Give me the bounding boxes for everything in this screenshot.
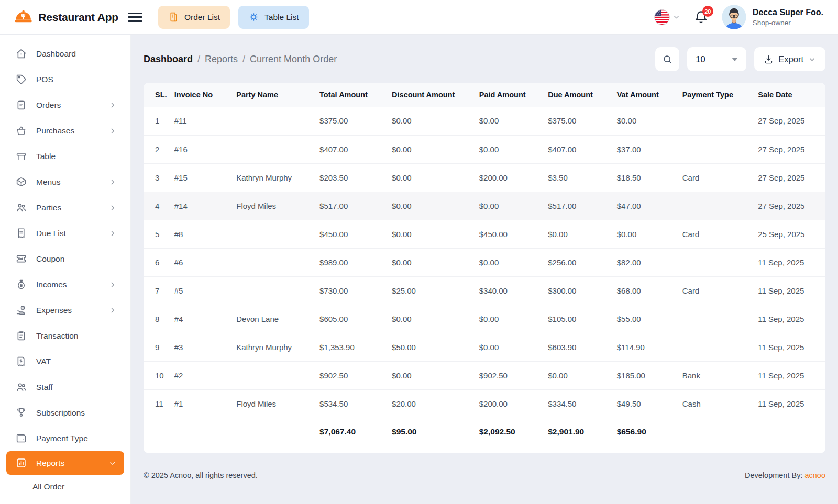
restaurant-logo-icon (14, 8, 33, 27)
sidebar-item-due-list[interactable]: Due List (0, 220, 130, 246)
brand-name: Restaurant App (38, 11, 118, 24)
table-row[interactable]: 10 #2 $902.50 $0.00 $902.50 $0.00 $185.0… (144, 361, 825, 389)
sidebar-nav: Dashboard POS Orders Purchases Table Men… (0, 41, 130, 475)
table-row[interactable]: 7 #5 $730.00 $25.00 $340.00 $300.00 $68.… (144, 276, 825, 305)
sidebar-item-label: Subscriptions (36, 408, 117, 418)
search-icon (662, 54, 673, 65)
cell-payment-type: Cash (678, 389, 754, 418)
dev-credit: Development By: acnoo (745, 471, 825, 479)
table-row[interactable]: 8 #4 Devon Lane $605.00 $0.00 $0.00 $105… (144, 305, 825, 333)
sidebar-item-vat[interactable]: VAT (0, 349, 130, 374)
sidebar-subitem-all-order[interactable]: All Order (32, 482, 130, 491)
cell-sl: 11 (144, 389, 170, 418)
column-header: Discount Amount (388, 83, 475, 107)
sidebar-item-label: Menus (36, 177, 99, 187)
table-row[interactable]: 9 #3 Kathryn Murphy $1,353.90 $50.00 $0.… (144, 333, 825, 361)
cell-total-amount: $203.50 (315, 163, 388, 192)
totals-discount-amount: $95.00 (388, 418, 475, 446)
hamburger-menu-icon[interactable] (128, 12, 142, 23)
money-bag-icon (16, 279, 27, 290)
chart-bar-icon (16, 457, 27, 468)
cell-due-amount: $3.50 (544, 163, 613, 192)
column-header: Payment Type (678, 83, 754, 107)
breadcrumb: Dashboard / Reports / Current Month Orde… (144, 54, 337, 65)
sidebar-item-incomes[interactable]: Incomes (0, 272, 130, 297)
sidebar-item-expenses[interactable]: Expenses (0, 297, 130, 323)
cell-invoice-no: #11 (170, 107, 232, 135)
sidebar-item-label: Staff (36, 383, 117, 392)
cell-discount-amount: $25.00 (388, 276, 475, 305)
sidebar-item-purchases[interactable]: Purchases (0, 118, 130, 143)
cell-payment-type: Card (678, 163, 754, 192)
sidebar-item-coupon[interactable]: Coupon (0, 246, 130, 272)
sidebar-item-dashboard[interactable]: Dashboard (0, 41, 130, 66)
breadcrumb-reports[interactable]: Reports (205, 54, 238, 65)
table-row[interactable]: 1 #11 $375.00 $0.00 $0.00 $375.00 $0.00 … (144, 107, 825, 135)
sidebar-item-orders[interactable]: Orders (0, 92, 130, 118)
search-button[interactable] (655, 47, 679, 71)
order-list-button[interactable]: Order List (158, 6, 230, 29)
table-row[interactable]: 5 #8 $450.00 $0.00 $450.00 $0.00 $0.00 C… (144, 220, 825, 248)
sidebar-item-table[interactable]: Table (0, 143, 130, 169)
cell-sale-date: 25 Sep, 2025 (754, 220, 825, 248)
table-row[interactable]: 3 #15 Kathryn Murphy $203.50 $0.00 $200.… (144, 163, 825, 192)
brand-logo[interactable]: Restaurant App (0, 8, 118, 27)
table-row[interactable]: 6 #6 $989.00 $0.00 $0.00 $256.00 $82.00 … (144, 248, 825, 276)
users-icon (16, 202, 27, 213)
sidebar-item-parties[interactable]: Parties (0, 195, 130, 220)
cell-payment-type (678, 305, 754, 333)
trophy-icon (16, 407, 27, 418)
sidebar-item-menus[interactable]: Menus (0, 169, 130, 195)
user-avatar[interactable] (722, 5, 746, 29)
sidebar-item-reports[interactable]: Reports (6, 451, 124, 475)
cell-sale-date: 27 Sep, 2025 (754, 192, 825, 220)
column-header: Total Amount (315, 83, 388, 107)
cell-sale-date: 27 Sep, 2025 (754, 107, 825, 135)
export-button[interactable]: Export (754, 47, 825, 71)
invoice-icon (168, 12, 179, 23)
sidebar-item-label: Expenses (36, 306, 99, 315)
user-meta[interactable]: Decca Super Foo. Shop-owner (753, 8, 823, 27)
page-footer: © 2025 Acnoo, all rights reserved. Devel… (144, 471, 825, 479)
cell-sale-date: 27 Sep, 2025 (754, 135, 825, 163)
cell-payment-type: Card (678, 276, 754, 305)
cell-discount-amount: $50.00 (388, 333, 475, 361)
cell-sl: 8 (144, 305, 170, 333)
sidebar-item-staff[interactable]: Staff (0, 374, 130, 400)
notifications-button[interactable]: 20 (694, 10, 708, 24)
table-row[interactable]: 4 #14 Floyd Miles $517.00 $0.00 $0.00 $5… (144, 192, 825, 220)
table-row[interactable]: 2 #16 $407.00 $0.00 $0.00 $407.00 $37.00… (144, 135, 825, 163)
table-list-button[interactable]: Table List (238, 6, 308, 29)
sidebar-item-payment-type[interactable]: Payment Type (0, 425, 130, 451)
sidebar-item-subscriptions[interactable]: Subscriptions (0, 400, 130, 425)
cell-discount-amount: $20.00 (388, 389, 475, 418)
sidebar-item-label: Purchases (36, 126, 99, 136)
sidebar-item-label: Parties (36, 203, 99, 212)
cell-party-name (232, 276, 315, 305)
table-row[interactable]: 11 #1 Floyd Miles $534.50 $20.00 $200.00… (144, 389, 825, 418)
cell-party-name: Kathryn Murphy (232, 163, 315, 192)
cell-paid-amount: $0.00 (475, 333, 544, 361)
table-icon (16, 151, 27, 162)
chevron-right-icon (108, 101, 117, 109)
column-header: Sale Date (754, 83, 825, 107)
acnoo-link[interactable]: acnoo (804, 471, 825, 479)
cell-invoice-no: #15 (170, 163, 232, 192)
language-selector[interactable] (654, 9, 680, 25)
cell-paid-amount: $200.00 (475, 163, 544, 192)
sidebar-item-pos[interactable]: POS (0, 66, 130, 92)
breadcrumb-current-month-order: Current Month Order (250, 54, 337, 65)
cell-due-amount: $300.00 (544, 276, 613, 305)
cell-party-name: Kathryn Murphy (232, 333, 315, 361)
cell-total-amount: $730.00 (315, 276, 388, 305)
chevron-right-icon (108, 204, 117, 212)
cell-sl: 4 (144, 192, 170, 220)
cell-invoice-no: #5 (170, 276, 232, 305)
sidebar-item-transaction[interactable]: Transaction (0, 323, 130, 349)
page-size-select[interactable]: 10 (687, 47, 746, 71)
breadcrumb-dashboard[interactable]: Dashboard (144, 54, 193, 65)
sidebar-item-label: POS (36, 75, 117, 84)
chevron-down-icon (108, 459, 117, 467)
cell-discount-amount: $0.00 (388, 163, 475, 192)
sidebar-item-label: Table (36, 152, 117, 161)
